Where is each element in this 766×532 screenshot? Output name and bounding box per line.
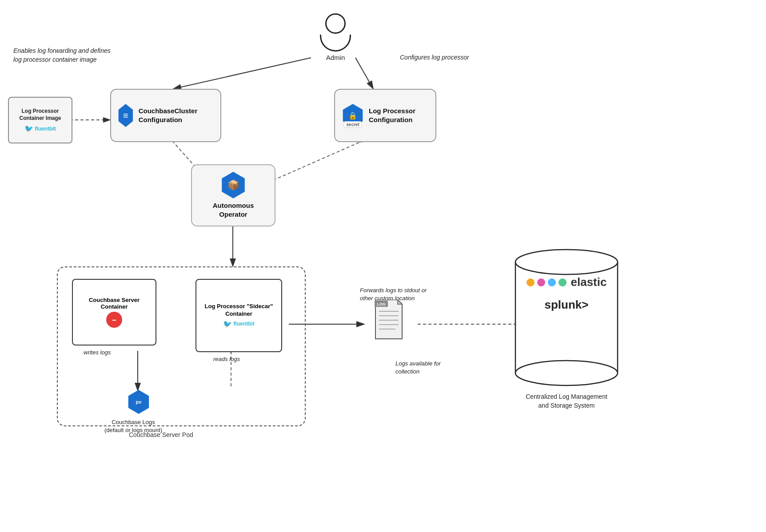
left-annotation: Enables log forwarding and defines log p… (13, 47, 116, 64)
log-processor-sidecar-title: Log Processor "Sidecar" Container (201, 303, 277, 318)
right-annotation: Configures log processor (400, 53, 498, 62)
couchbase-logs-label: Couchbase Logs (default or logs mount) (89, 418, 178, 434)
svg-point-23 (515, 250, 618, 274)
svg-marker-14 (398, 300, 402, 304)
log-processor-config-title: Log Processor Configuration (369, 107, 429, 125)
elastic-label: elastic (571, 275, 607, 289)
couchbase-cluster-box: ≡ CouchbaseCluster Configuration (110, 89, 221, 142)
diagram: Admin Enables log forwarding and defines… (0, 0, 766, 532)
fluentbit-logo-image: 🐦 fluentbit (24, 124, 56, 133)
writes-logs-label: writes logs (84, 349, 111, 357)
reads-logs-label: reads logs (213, 355, 240, 363)
pv-icon: pv (127, 390, 151, 414)
fluentbit-logo-sidecar: 🐦 fluentbit (223, 320, 254, 328)
storage-caption-1: Centralized Log Management (526, 393, 607, 400)
splunk-label: splunk> (511, 298, 622, 312)
admin-person: Admin (320, 13, 351, 60)
svg-line-4 (355, 58, 373, 89)
svg-line-3 (173, 58, 311, 89)
storage-system: elastic splunk> Centralized Log Manageme… (511, 249, 622, 410)
couchbase-cluster-title: CouchbaseCluster Configuration (139, 107, 214, 125)
couchbase-server-container-box: Couchbase Server Container – (72, 279, 156, 345)
couchbase-red-icon: – (106, 312, 122, 328)
autonomous-operator-title: Autonomous Operator (198, 201, 268, 219)
container-image-line1: Log Processor (21, 108, 59, 114)
log-processor-config-box: 🔒 secret Log Processor Configuration (334, 89, 436, 142)
log-processor-image-box: Log Processor Container Image 🐦 fluentbi… (8, 97, 72, 143)
storage-caption-2: and Storage System (539, 402, 595, 409)
container-image-line2: Container Image (19, 115, 61, 121)
svg-point-24 (515, 361, 618, 385)
log-processor-sidecar-box: Log Processor "Sidecar" Container 🐦 flue… (195, 279, 282, 352)
logs-available-annotation: Logs available for collection (395, 360, 475, 376)
admin-label: Admin (326, 53, 345, 62)
log-file-icon: LOG (371, 300, 407, 340)
couchbase-server-title: Couchbase Server Container (77, 297, 151, 310)
secret-badge: secret (343, 121, 362, 128)
svg-text:LOG: LOG (377, 302, 386, 306)
autonomous-operator-box: 📦 Autonomous Operator (191, 164, 275, 226)
